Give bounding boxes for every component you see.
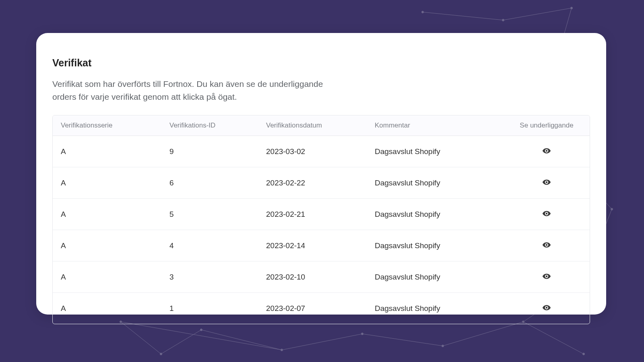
cell-comment: Dagsavslut Shopify [367,139,512,164]
cell-date: 2023-02-10 [258,265,367,290]
cell-comment: Dagsavslut Shopify [367,202,512,227]
cell-id: 5 [161,202,258,227]
svg-line-11 [201,330,282,350]
svg-point-17 [502,19,504,21]
cell-comment: Dagsavslut Shopify [367,233,512,258]
view-underlying-button[interactable] [540,144,553,159]
cell-action [512,136,590,167]
cell-action [512,199,590,230]
table-row: A42023-02-14Dagsavslut Shopify [53,230,590,261]
svg-point-22 [611,208,613,210]
cell-action [512,230,590,261]
eye-icon [542,303,551,313]
cell-id: 4 [161,233,258,258]
table-row: A52023-02-21Dagsavslut Shopify [53,199,590,230]
cell-id: 6 [161,171,258,195]
cell-comment: Dagsavslut Shopify [367,296,512,321]
view-underlying-button[interactable] [540,238,553,253]
col-header-action: Se underliggande [512,115,590,136]
cell-id: 9 [161,139,258,164]
panel-description: Verifikat som har överförts till Fortnox… [52,78,334,103]
cell-comment: Dagsavslut Shopify [367,265,512,290]
table-row: A32023-02-10Dagsavslut Shopify [53,261,590,293]
table-body: A92023-03-02Dagsavslut ShopifyA62023-02-… [53,136,590,324]
svg-line-15 [523,322,584,354]
cell-date: 2023-02-21 [258,202,367,227]
svg-point-27 [281,349,283,351]
eye-icon [542,178,551,188]
view-underlying-button[interactable] [540,269,553,284]
cell-date: 2023-02-07 [258,296,367,321]
svg-line-0 [423,12,503,20]
cell-action [512,167,590,198]
svg-point-18 [571,7,573,9]
panel-title: Verifikat [52,57,590,69]
col-header-comment: Kommentar [367,115,512,136]
eye-icon [542,272,551,282]
cell-id: 1 [161,296,258,321]
svg-point-31 [583,353,585,355]
verifikat-table: Verifikationsserie Verifikations-ID Veri… [52,115,590,324]
table-header-row: Verifikationsserie Verifikations-ID Veri… [53,115,590,136]
view-underlying-button[interactable] [540,301,553,316]
svg-line-1 [503,8,572,20]
svg-line-8 [443,322,523,346]
view-underlying-button[interactable] [540,207,553,222]
table-row: A62023-02-22Dagsavslut Shopify [53,167,590,199]
cell-action [512,261,590,292]
table-row: A12023-02-07Dagsavslut Shopify [53,293,590,324]
verifikat-panel: Verifikat Verifikat som har överförts ti… [36,33,606,315]
cell-id: 3 [161,265,258,290]
cell-series: A [53,265,161,290]
table-row: A92023-03-02Dagsavslut Shopify [53,136,590,167]
svg-line-9 [362,334,443,346]
cell-date: 2023-02-22 [258,171,367,195]
svg-point-29 [160,353,162,355]
eye-icon [542,209,551,219]
cell-action [512,293,590,324]
cell-series: A [53,233,161,258]
svg-point-26 [361,333,363,335]
svg-point-25 [442,345,444,347]
svg-line-13 [121,322,161,354]
cell-series: A [53,139,161,164]
cell-comment: Dagsavslut Shopify [367,171,512,195]
eye-icon [542,146,551,156]
eye-icon [542,241,551,251]
svg-line-12 [161,330,201,354]
col-header-date: Verifikationsdatum [258,115,367,136]
svg-line-10 [282,334,362,350]
svg-point-28 [200,329,202,331]
svg-point-16 [422,11,424,13]
svg-line-14 [121,322,282,350]
col-header-id: Verifikations-ID [161,115,258,136]
cell-series: A [53,296,161,321]
view-underlying-button[interactable] [540,175,553,190]
cell-date: 2023-03-02 [258,139,367,164]
cell-series: A [53,171,161,195]
col-header-series: Verifikationsserie [53,115,161,136]
cell-series: A [53,202,161,227]
cell-date: 2023-02-14 [258,233,367,258]
